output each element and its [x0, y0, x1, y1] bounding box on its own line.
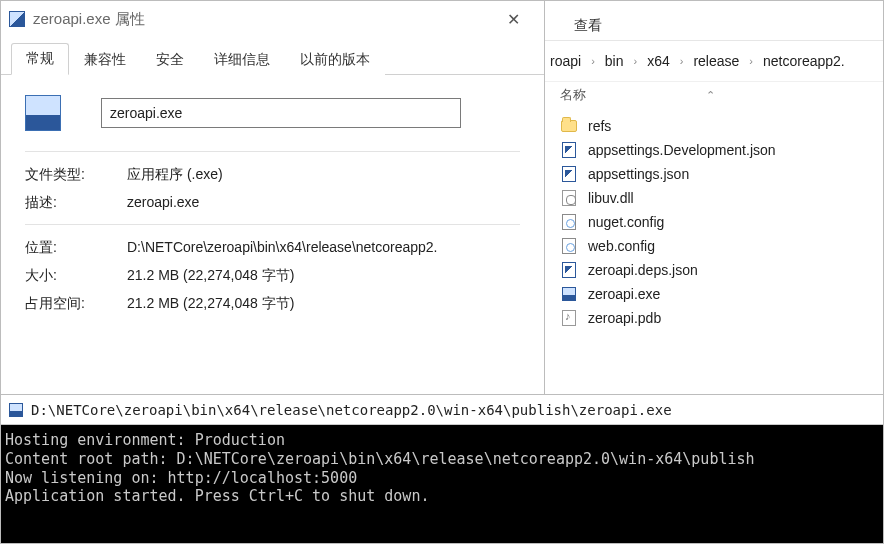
row-size: 大小: 21.2 MB (22,274,048 字节) [25, 267, 520, 285]
console-line: Content root path: D:\NETCore\zeroapi\bi… [5, 450, 755, 468]
list-item[interactable]: web.config [546, 234, 877, 258]
tab-compatibility[interactable]: 兼容性 [69, 44, 141, 75]
close-icon: ✕ [507, 10, 520, 29]
row-size-on-disk: 占用空间: 21.2 MB (22,274,048 字节) [25, 295, 520, 313]
file-list: refs appsettings.Development.json appset… [540, 108, 883, 336]
list-item[interactable]: appsettings.json [546, 162, 877, 186]
tab-panel-general: 文件类型: 应用程序 (.exe) 描述: zeroapi.exe 位置: D:… [1, 74, 544, 333]
file-name: nuget.config [588, 214, 664, 230]
config-file-icon [560, 237, 578, 255]
chevron-right-icon: › [628, 55, 644, 67]
dll-file-icon [560, 189, 578, 207]
console-line: Now listening on: http://localhost:5000 [5, 469, 357, 487]
value: 21.2 MB (22,274,048 字节) [127, 267, 520, 285]
exe-file-icon [25, 95, 61, 131]
console-app-icon [9, 403, 23, 417]
folder-icon [560, 117, 578, 135]
breadcrumb[interactable]: roapi › bin › x64 › release › netcoreapp… [540, 41, 883, 82]
list-item[interactable]: zeroapi.deps.json [546, 258, 877, 282]
breadcrumb-segment[interactable]: roapi [550, 53, 581, 69]
label: 文件类型: [25, 166, 117, 184]
list-item[interactable]: refs [546, 114, 877, 138]
chevron-right-icon: › [585, 55, 601, 67]
breadcrumb-segment[interactable]: release [693, 53, 739, 69]
chevron-right-icon: › [674, 55, 690, 67]
value: D:\NETCore\zeroapi\bin\x64\release\netco… [127, 239, 520, 257]
row-file-type: 文件类型: 应用程序 (.exe) [25, 166, 520, 184]
tab-general[interactable]: 常规 [11, 43, 69, 75]
tab-label: 常规 [26, 50, 54, 66]
breadcrumb-segment[interactable]: netcoreapp2. [763, 53, 845, 69]
pdb-file-icon [560, 309, 578, 327]
file-name: appsettings.json [588, 166, 689, 182]
app-icon [9, 11, 25, 27]
console-titlebar[interactable]: D:\NETCore\zeroapi\bin\x64\release\netco… [1, 395, 883, 425]
value: 应用程序 (.exe) [127, 166, 520, 184]
console-output[interactable]: Hosting environment: Production Content … [1, 425, 883, 512]
close-button[interactable]: ✕ [490, 5, 536, 33]
exe-file-icon [560, 285, 578, 303]
filename-input[interactable] [101, 98, 461, 128]
properties-dialog: zeroapi.exe 属性 ✕ 常规 兼容性 安全 详细信息 以前的版本 文件… [0, 0, 545, 395]
tab-security[interactable]: 安全 [141, 44, 199, 75]
file-name: zeroapi.pdb [588, 310, 661, 326]
chevron-right-icon: › [743, 55, 759, 67]
file-name: zeroapi.exe [588, 286, 660, 302]
list-item[interactable]: libuv.dll [546, 186, 877, 210]
properties-title: zeroapi.exe 属性 [33, 10, 145, 29]
list-item[interactable]: zeroapi.exe [546, 282, 877, 306]
json-file-icon [560, 261, 578, 279]
breadcrumb-segment[interactable]: x64 [647, 53, 670, 69]
tab-label: 兼容性 [84, 51, 126, 67]
column-label: 名称 [560, 86, 586, 104]
console-window: D:\NETCore\zeroapi\bin\x64\release\netco… [0, 394, 884, 544]
list-item[interactable]: appsettings.Development.json [546, 138, 877, 162]
label: 描述: [25, 194, 117, 212]
console-line: Application started. Press Ctrl+C to shu… [5, 487, 429, 505]
tab-details[interactable]: 详细信息 [199, 44, 285, 75]
ribbon-tab-view[interactable]: 查看 [560, 11, 616, 41]
json-file-icon [560, 141, 578, 159]
value: zeroapi.exe [127, 194, 520, 212]
file-name: zeroapi.deps.json [588, 262, 698, 278]
row-description: 描述: zeroapi.exe [25, 194, 520, 212]
explorer-ribbon: 查看 [540, 1, 883, 41]
value: 21.2 MB (22,274,048 字节) [127, 295, 520, 313]
console-line: Hosting environment: Production [5, 431, 285, 449]
file-name: refs [588, 118, 611, 134]
tab-previous-versions[interactable]: 以前的版本 [285, 44, 385, 75]
column-header-name[interactable]: 名称 ⌃ [540, 82, 883, 108]
list-item[interactable]: zeroapi.pdb [546, 306, 877, 330]
file-name: web.config [588, 238, 655, 254]
json-file-icon [560, 165, 578, 183]
label: 占用空间: [25, 295, 117, 313]
tab-label: 安全 [156, 51, 184, 67]
properties-tabstrip: 常规 兼容性 安全 详细信息 以前的版本 [1, 37, 544, 75]
file-name: appsettings.Development.json [588, 142, 776, 158]
file-name: libuv.dll [588, 190, 634, 206]
tab-label: 查看 [574, 17, 602, 33]
console-title: D:\NETCore\zeroapi\bin\x64\release\netco… [31, 402, 672, 418]
properties-titlebar[interactable]: zeroapi.exe 属性 ✕ [1, 1, 544, 37]
tab-label: 以前的版本 [300, 51, 370, 67]
sort-indicator-icon: ⌃ [706, 89, 715, 102]
breadcrumb-segment[interactable]: bin [605, 53, 624, 69]
config-file-icon [560, 213, 578, 231]
tab-label: 详细信息 [214, 51, 270, 67]
label: 大小: [25, 267, 117, 285]
label: 位置: [25, 239, 117, 257]
list-item[interactable]: nuget.config [546, 210, 877, 234]
file-explorer: 查看 roapi › bin › x64 › release › netcore… [539, 0, 884, 395]
row-location: 位置: D:\NETCore\zeroapi\bin\x64\release\n… [25, 239, 520, 257]
